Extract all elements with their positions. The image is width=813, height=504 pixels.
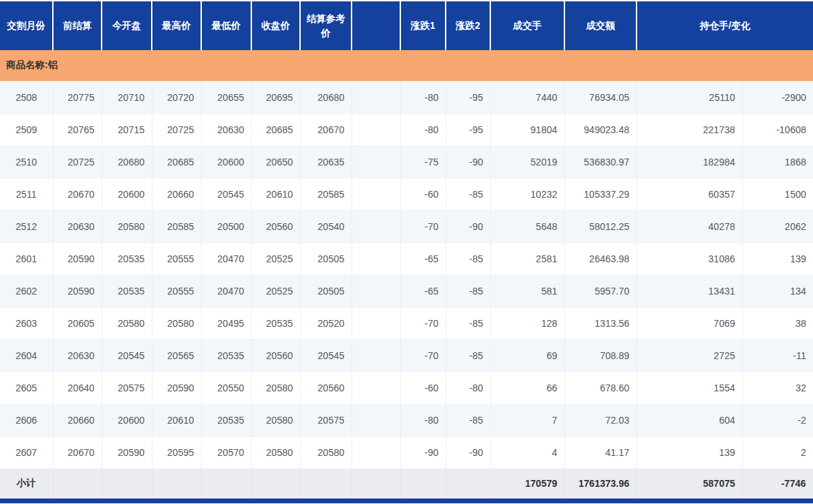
cell-settle_ref: 20545	[300, 339, 352, 371]
cell-oi: 60357	[637, 178, 742, 210]
cell-settle_ref: 20540	[300, 210, 352, 242]
cell-open: 20715	[102, 113, 152, 146]
cell-prev_settle: 20725	[53, 146, 102, 178]
cell-oi: 2725	[637, 339, 742, 371]
cell-chg2: -90	[446, 210, 490, 242]
subtotal-spacer	[352, 468, 400, 499]
cell-volume: 10232	[490, 178, 564, 210]
table-header: 交割月份前结算今开盘最高价最低价收盘价结算参考价涨跌1涨跌2成交手成交额持仓手/…	[0, 1, 813, 50]
cell-month: 2601	[0, 242, 53, 275]
cell-close: 20695	[251, 81, 300, 113]
cell-close: 20580	[251, 371, 300, 404]
cell-oi_change: 32	[742, 371, 813, 404]
cell-high: 20585	[152, 210, 201, 242]
cell-low: 20570	[201, 436, 251, 468]
cell-open: 20580	[102, 307, 152, 339]
cell-volume: 7	[490, 404, 564, 436]
cell-settle_ref: 20585	[300, 178, 352, 210]
cell-open: 20600	[102, 178, 152, 210]
cell-high: 20725	[152, 113, 201, 146]
cell-spacer	[352, 436, 400, 468]
column-header-spacer	[352, 1, 400, 50]
cell-prev_settle: 20590	[53, 242, 102, 275]
cell-low: 20655	[201, 81, 251, 113]
column-header-high: 最高价	[152, 1, 201, 50]
futures-quote-table: 交割月份前结算今开盘最高价最低价收盘价结算参考价涨跌1涨跌2成交手成交额持仓手/…	[0, 1, 813, 499]
cell-chg1: -70	[400, 210, 446, 242]
cell-turnover: 536830.97	[564, 146, 637, 178]
subtotal-chg2	[446, 468, 490, 499]
cell-volume: 66	[490, 371, 564, 404]
cell-spacer	[352, 307, 400, 339]
cell-open: 20600	[102, 404, 152, 436]
cell-month: 2602	[0, 275, 53, 307]
cell-low: 20545	[201, 178, 251, 210]
column-header-oi_and_change: 持仓手/变化	[637, 1, 813, 50]
table-row: 2602205902053520555204702052520505-65-85…	[0, 275, 813, 307]
table-row: 2509207652071520725206302068520670-80-95…	[0, 113, 813, 146]
cell-chg1: -70	[400, 307, 446, 339]
cell-prev_settle: 20605	[53, 307, 102, 339]
cell-chg2: -85	[446, 178, 490, 210]
cell-month: 2606	[0, 404, 53, 436]
cell-month: 2604	[0, 339, 53, 371]
cell-turnover: 41.17	[564, 436, 637, 468]
cell-turnover: 105337.29	[564, 178, 637, 210]
cell-prev_settle: 20660	[53, 404, 102, 436]
subtotal-label: 小计	[0, 468, 53, 499]
cell-oi_change: -10608	[742, 113, 813, 146]
cell-high: 20565	[152, 339, 201, 371]
cell-oi: 40278	[637, 210, 742, 242]
cell-open: 20535	[102, 275, 152, 307]
subtotal-high	[152, 468, 201, 499]
cell-month: 2509	[0, 113, 53, 146]
cell-settle_ref: 20680	[300, 81, 352, 113]
cell-chg2: -85	[446, 242, 490, 275]
cell-prev_settle: 20765	[53, 113, 102, 146]
cell-month: 2508	[0, 81, 53, 113]
subtotal-oi: 587075	[637, 468, 742, 499]
cell-month: 2607	[0, 436, 53, 468]
subtotal-chg1	[400, 468, 446, 499]
cell-high: 20595	[152, 436, 201, 468]
cell-close: 20525	[251, 275, 300, 307]
cell-close: 20560	[251, 210, 300, 242]
cell-low: 20600	[201, 146, 251, 178]
cell-oi: 13431	[637, 275, 742, 307]
cell-chg2: -90	[446, 146, 490, 178]
column-header-prev_settle: 前结算	[53, 1, 102, 50]
cell-prev_settle: 20630	[53, 339, 102, 371]
header-row: 交割月份前结算今开盘最高价最低价收盘价结算参考价涨跌1涨跌2成交手成交额持仓手/…	[0, 1, 813, 50]
cell-volume: 5648	[490, 210, 564, 242]
cell-low: 20500	[201, 210, 251, 242]
cell-oi_change: -2	[742, 404, 813, 436]
column-header-chg1: 涨跌1	[400, 1, 446, 50]
cell-open: 20590	[102, 436, 152, 468]
cell-volume: 52019	[490, 146, 564, 178]
cell-spacer	[352, 81, 400, 113]
cell-chg1: -65	[400, 242, 446, 275]
cell-open: 20575	[102, 371, 152, 404]
cell-volume: 2581	[490, 242, 564, 275]
cell-low: 20470	[201, 242, 251, 275]
cell-spacer	[352, 339, 400, 371]
cell-open: 20680	[102, 146, 152, 178]
column-header-volume: 成交手	[490, 1, 564, 50]
cell-settle_ref: 20670	[300, 113, 352, 146]
cell-volume: 7440	[490, 81, 564, 113]
cell-close: 20525	[251, 242, 300, 275]
cell-volume: 581	[490, 275, 564, 307]
cell-oi: 7069	[637, 307, 742, 339]
cell-chg1: -75	[400, 146, 446, 178]
cell-turnover: 26463.98	[564, 242, 637, 275]
group-row: 商品名称:铝	[0, 50, 813, 81]
cell-settle_ref: 20560	[300, 371, 352, 404]
cell-open: 20545	[102, 339, 152, 371]
cell-spacer	[352, 146, 400, 178]
cell-close: 20610	[251, 178, 300, 210]
cell-prev_settle: 20640	[53, 371, 102, 404]
cell-prev_settle: 20775	[53, 81, 102, 113]
column-header-month: 交割月份	[0, 1, 53, 50]
cell-turnover: 708.89	[564, 339, 637, 371]
column-header-close: 收盘价	[251, 1, 300, 50]
